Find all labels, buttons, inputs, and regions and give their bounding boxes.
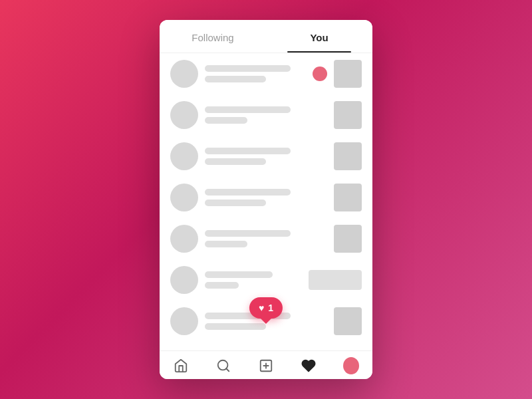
line-primary (205, 271, 273, 278)
avatar (170, 101, 198, 129)
activity-list: ♥ 1 (160, 53, 372, 350)
text-lines (205, 65, 327, 82)
text-lines (205, 189, 327, 206)
line-secondary (205, 117, 247, 124)
avatar (170, 142, 198, 170)
list-item[interactable] (160, 218, 372, 259)
tabs-container: Following You (160, 20, 372, 53)
nav-activity[interactable] (287, 358, 330, 374)
thumbnail (334, 101, 362, 129)
list-item[interactable] (160, 177, 372, 218)
text-lines (205, 230, 327, 247)
notification-dot (313, 66, 327, 81)
heart-nav-icon (301, 358, 317, 374)
add-icon (258, 358, 274, 374)
line-primary (205, 230, 291, 237)
line-primary (205, 189, 291, 196)
line-secondary (205, 241, 247, 247)
nav-search[interactable] (202, 358, 245, 374)
avatar (170, 60, 198, 88)
line-secondary (205, 200, 266, 206)
thumbnail (334, 60, 362, 88)
list-item[interactable] (160, 259, 372, 301)
nav-home[interactable] (160, 358, 202, 374)
heart-icon: ♥ (259, 303, 264, 313)
text-lines (205, 148, 327, 165)
thumbnail (334, 184, 362, 211)
likes-notification-bubble[interactable]: ♥ 1 (249, 297, 283, 319)
line-primary (205, 148, 291, 154)
line-secondary (205, 282, 239, 289)
thumbnail (334, 142, 362, 170)
unfollow-button[interactable] (309, 270, 362, 290)
phone-frame: Following You (160, 20, 372, 379)
list-item[interactable] (160, 136, 372, 177)
list-item[interactable] (160, 53, 372, 94)
notification-count: 1 (268, 303, 273, 313)
text-lines (205, 106, 327, 124)
profile-icon (343, 358, 359, 374)
thumbnail (334, 225, 362, 253)
avatar (170, 307, 198, 335)
tab-you[interactable]: You (266, 20, 372, 53)
nav-profile[interactable] (330, 358, 372, 374)
nav-add[interactable] (245, 358, 287, 374)
line-secondary (205, 323, 266, 330)
line-secondary (205, 158, 266, 165)
text-lines (205, 271, 302, 289)
svg-line-1 (226, 368, 229, 371)
list-item[interactable] (160, 94, 372, 136)
search-icon (215, 358, 231, 374)
line-primary (205, 106, 291, 113)
avatar (170, 184, 198, 211)
home-icon (173, 358, 189, 374)
avatar (170, 266, 198, 294)
line-primary (205, 65, 291, 72)
avatar (170, 225, 198, 253)
thumbnail (334, 307, 362, 335)
bottom-navigation (160, 350, 372, 379)
line-secondary (205, 76, 266, 82)
tab-following[interactable]: Following (160, 20, 266, 53)
